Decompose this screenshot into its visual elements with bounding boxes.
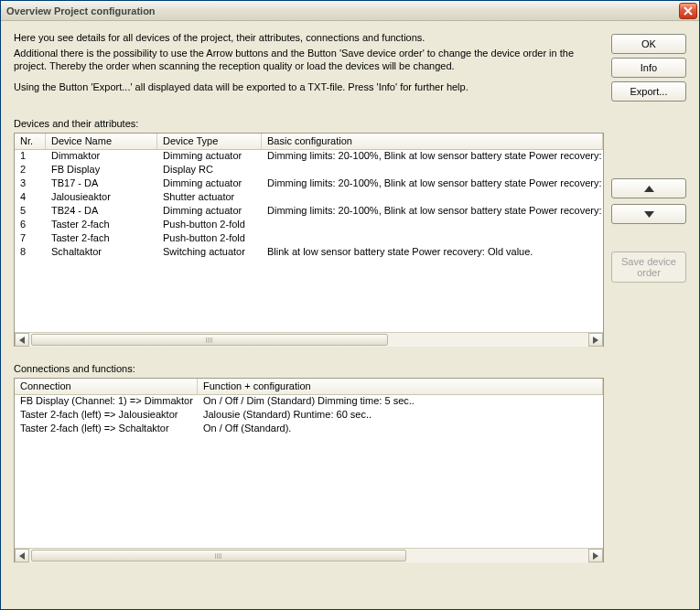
cell-basic-config [262, 191, 603, 205]
cell-function: Jalousie (Standard) Runtime: 60 sec.. [198, 409, 603, 423]
cell-device-name: FB Display [46, 164, 157, 177]
cell-nr: 1 [15, 150, 46, 164]
table-row[interactable]: 5TB24 - DADimming actuatorDimming limits… [15, 205, 603, 219]
table-row[interactable]: Taster 2-fach (left) => SchaltaktorOn / … [15, 423, 603, 436]
devices-label: Devices and their attributes: [14, 118, 686, 129]
cell-device-name: TB24 - DA [46, 205, 157, 219]
ok-button[interactable]: OK [611, 34, 686, 54]
scroll-track[interactable] [29, 549, 588, 562]
cell-device-name: Taster 2-fach [46, 232, 157, 246]
chevron-left-icon [19, 337, 25, 344]
table-row[interactable]: 2FB DisplayDisplay RC [15, 164, 603, 177]
intro-text: Here you see details for all devices of … [14, 32, 581, 94]
devices-hscroll[interactable] [15, 332, 603, 347]
intro-line-3: Using the Button 'Export...' all display… [14, 81, 581, 94]
close-button[interactable] [679, 3, 697, 19]
table-row[interactable]: 1DimmaktorDimming actuatorDimming limits… [15, 150, 603, 164]
cell-device-type: Dimming actuator [157, 177, 262, 191]
table-row[interactable]: 3TB17 - DADimming actuatorDimming limits… [15, 177, 603, 191]
col-device-name[interactable]: Device Name [46, 134, 157, 149]
cell-function: On / Off (Standard). [198, 423, 603, 436]
cell-device-name: Dimmaktor [46, 150, 157, 164]
scroll-track[interactable] [29, 333, 588, 347]
connections-list: Connection Function + configuration FB D… [14, 378, 604, 562]
save-device-order-button[interactable]: Save device order [611, 251, 686, 283]
table-row[interactable]: 7Taster 2-fachPush-button 2-fold [15, 232, 603, 246]
cell-device-type: Dimming actuator [157, 150, 262, 164]
devices-header[interactable]: Nr. Device Name Device Type Basic config… [15, 134, 603, 150]
cell-nr: 2 [15, 164, 46, 177]
cell-device-type: Dimming actuator [157, 205, 262, 219]
cell-nr: 7 [15, 232, 46, 246]
cell-nr: 5 [15, 205, 46, 219]
cell-device-type: Push-button 2-fold [157, 232, 262, 246]
cell-nr: 3 [15, 177, 46, 191]
cell-device-type: Push-button 2-fold [157, 219, 262, 232]
cell-basic-config: Blink at low sensor battery state Power … [262, 246, 603, 260]
cell-basic-config: Dimming limits: 20-100%, Blink at low se… [262, 150, 603, 164]
cell-basic-config: Dimming limits: 20-100%, Blink at low se… [262, 177, 603, 191]
svg-marker-5 [593, 552, 598, 560]
window-title: Overview Project configuration [6, 5, 156, 16]
cell-connection: Taster 2-fach (left) => Jalousieaktor [15, 409, 198, 423]
cell-basic-config [262, 232, 603, 246]
col-basic-config[interactable]: Basic configuration [262, 134, 603, 149]
cell-device-type: Switching actuator [157, 246, 262, 260]
svg-marker-4 [19, 552, 25, 560]
svg-marker-3 [593, 337, 598, 344]
arrow-up-icon [644, 186, 654, 192]
table-row[interactable]: Taster 2-fach (left) => JalousieaktorJal… [15, 409, 603, 423]
col-nr[interactable]: Nr. [15, 134, 46, 149]
table-row[interactable]: FB Display (Channel: 1) => DimmaktorOn /… [15, 395, 603, 409]
cell-function: On / Off / Dim (Standard) Dimming time: … [198, 395, 603, 409]
svg-marker-0 [644, 186, 654, 192]
chevron-right-icon [593, 337, 598, 344]
svg-marker-2 [19, 337, 25, 344]
cell-device-name: Jalousieaktor [46, 191, 157, 205]
arrow-down-icon [644, 211, 654, 218]
cell-basic-config: Dimming limits: 20-100%, Blink at low se… [262, 205, 603, 219]
close-icon [684, 6, 693, 16]
connections-header[interactable]: Connection Function + configuration [15, 379, 603, 395]
col-device-type[interactable]: Device Type [157, 134, 262, 149]
cell-device-type: Shutter actuator [157, 191, 262, 205]
cell-connection: FB Display (Channel: 1) => Dimmaktor [15, 395, 198, 409]
svg-marker-1 [644, 211, 654, 218]
scroll-left-button[interactable] [15, 333, 29, 347]
cell-basic-config [262, 219, 603, 232]
intro-line-2: Additional there is the possibility to u… [14, 48, 581, 73]
scroll-right-button[interactable] [588, 549, 603, 562]
connections-label: Connections and functions: [14, 363, 686, 374]
chevron-right-icon [593, 552, 598, 560]
scroll-thumb[interactable] [31, 550, 406, 562]
scroll-right-button[interactable] [588, 333, 603, 347]
scroll-left-button[interactable] [15, 549, 29, 562]
cell-basic-config [262, 164, 603, 177]
cell-nr: 4 [15, 191, 46, 205]
cell-connection: Taster 2-fach (left) => Schaltaktor [15, 423, 198, 436]
col-function[interactable]: Function + configuration [198, 379, 603, 394]
cell-device-name: Taster 2-fach [46, 219, 157, 232]
move-up-button[interactable] [611, 178, 686, 198]
title-bar: Overview Project configuration [1, 1, 699, 21]
table-row[interactable]: 6Taster 2-fachPush-button 2-fold [15, 219, 603, 232]
export-button[interactable]: Export... [611, 81, 686, 102]
scroll-thumb[interactable] [31, 334, 388, 346]
cell-nr: 8 [15, 246, 46, 260]
move-down-button[interactable] [611, 204, 686, 224]
intro-line-1: Here you see details for all devices of … [14, 32, 581, 45]
cell-device-name: Schaltaktor [46, 246, 157, 260]
cell-device-type: Display RC [157, 164, 262, 177]
connections-hscroll[interactable] [15, 548, 603, 562]
col-connection[interactable]: Connection [15, 379, 198, 394]
table-row[interactable]: 8SchaltaktorSwitching actuatorBlink at l… [15, 246, 603, 260]
cell-nr: 6 [15, 219, 46, 232]
table-row[interactable]: 4JalousieaktorShutter actuator [15, 191, 603, 205]
devices-list: Nr. Device Name Device Type Basic config… [14, 133, 604, 347]
cell-device-name: TB17 - DA [46, 177, 157, 191]
chevron-left-icon [19, 552, 25, 560]
info-button[interactable]: Info [611, 58, 686, 78]
